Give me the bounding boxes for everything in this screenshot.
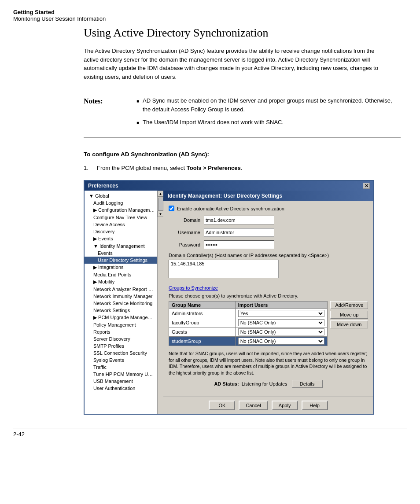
- enable-sync-checkbox[interactable]: [169, 206, 174, 211]
- cancel-button[interactable]: Cancel: [239, 401, 268, 410]
- nav-item-discovery[interactable]: Discovery: [85, 228, 157, 235]
- details-button[interactable]: Details: [292, 380, 323, 388]
- import-select[interactable]: No (SNAC Only) Yes: [238, 338, 325, 345]
- groups-table: Group Name Import Users Administrators: [169, 301, 328, 346]
- dc-input[interactable]: [169, 260, 279, 278]
- password-row: Password: [169, 240, 368, 249]
- step-number: 1.: [84, 164, 97, 173]
- nav-item-idm-events[interactable]: Events: [85, 250, 157, 257]
- snac-note: Note that for SNAC groups, users will no…: [169, 350, 368, 376]
- procedure-step-1: 1. From the PCM global menu, select Tool…: [84, 164, 407, 173]
- import-select[interactable]: No (SNAC Only) Yes: [238, 328, 325, 335]
- header-sub: Monitoring User Session Information: [13, 15, 407, 22]
- apply-button[interactable]: Apply: [272, 401, 298, 410]
- nav-item-reports[interactable]: Reports: [85, 328, 157, 335]
- nav-item-smtp[interactable]: SMTP Profiles: [85, 342, 157, 349]
- page-header: Getting Started Monitoring User Session …: [13, 9, 407, 22]
- nav-item-syslog[interactable]: Syslog Events: [85, 357, 157, 364]
- password-input[interactable]: [204, 240, 274, 249]
- username-label: Username: [169, 230, 200, 235]
- nav-item-config-mgmt[interactable]: ▶ Configuration Management: [85, 206, 157, 214]
- nav-item-policy-mgmt[interactable]: Policy Management: [85, 321, 157, 328]
- panel-content: Enable automatic Active Directory synchr…: [163, 201, 373, 397]
- domain-row: Domain: [169, 216, 368, 224]
- dialog-body: ▼ Global Audit Logging ▶ Configuration M…: [85, 191, 373, 414]
- ad-status-row: AD Status: Listening for Updates Details: [169, 380, 368, 388]
- move-down-button[interactable]: Move down: [330, 320, 368, 328]
- dialog-bottom-buttons: OK Cancel Apply Help: [163, 397, 373, 414]
- password-label: Password: [169, 242, 200, 247]
- nav-item-audit-logging[interactable]: Audit Logging: [85, 199, 157, 206]
- page-title: Using Active Directory Synchronization: [84, 26, 407, 40]
- move-up-button[interactable]: Move up: [330, 311, 368, 319]
- username-input[interactable]: [204, 228, 274, 237]
- nav-item-media-end-points[interactable]: Media End Points: [85, 271, 157, 278]
- group-name-cell: facultyGroup: [169, 318, 236, 327]
- nav-item-mobility[interactable]: ▶ Mobility: [85, 278, 157, 286]
- nav-item-network-service[interactable]: Network Service Monitoring: [85, 300, 157, 307]
- nav-item-network-analyzer[interactable]: Network Analyzer Report Config: [85, 286, 157, 293]
- nav-item-ssl[interactable]: SSL Connection Security: [85, 349, 157, 357]
- step-text: From the PCM global menu, select Tools >…: [97, 164, 242, 173]
- groups-to-sync-link[interactable]: Groups to Synchronize: [169, 285, 368, 291]
- nav-item-network-settings[interactable]: Network Settings: [85, 307, 157, 314]
- nav-item-tune-pcm[interactable]: Tune HP PCM Memory Usage: [85, 371, 157, 378]
- import-select[interactable]: Yes No (SNAC Only): [238, 310, 325, 317]
- col-header-import: Import Users: [235, 302, 328, 309]
- groups-desc: Please choose group(s) to synchronize wi…: [169, 293, 368, 298]
- import-cell: Yes No (SNAC Only): [235, 309, 328, 318]
- nav-item-user-auth[interactable]: User Authentication: [85, 385, 157, 392]
- ad-status-label: AD Status:: [214, 381, 239, 386]
- ad-status-value: Listening for Updates: [242, 381, 287, 386]
- page-footer: 2-42: [13, 428, 407, 438]
- import-cell: No (SNAC Only) Yes: [235, 337, 328, 346]
- nav-item-integrations[interactable]: ▶ Integrations: [85, 264, 157, 271]
- nav-item-global[interactable]: ▼ Global: [85, 192, 157, 199]
- nav-left-panel: ▼ Global Audit Logging ▶ Configuration M…: [85, 191, 163, 414]
- notes-section: Notes: AD Sync must be enabled on the ID…: [84, 90, 401, 138]
- groups-row: Group Name Import Users Administrators: [169, 301, 368, 348]
- header-bold: Getting Started: [13, 9, 407, 15]
- groups-table-wrapper: Group Name Import Users Administrators: [169, 301, 328, 348]
- notes-content: AD Sync must be enabled on the IDM serve…: [136, 96, 401, 131]
- nav-item-pcm-upgrade[interactable]: ▶ PCM Upgrade Management: [85, 314, 157, 321]
- import-select[interactable]: No (SNAC Only) Yes: [238, 319, 325, 326]
- table-row: Administrators Yes No (SNAC Only): [169, 309, 328, 318]
- dialog-title: Preferences: [88, 183, 118, 189]
- panel-header: Identify Management: User Directory Sett…: [163, 191, 373, 201]
- nav-item-usb[interactable]: USB Management: [85, 378, 157, 385]
- scroll-thumb[interactable]: [158, 198, 163, 211]
- nav-item-network-immunity[interactable]: Network Immunity Manager: [85, 293, 157, 300]
- nav-item-identity-mgmt[interactable]: ▼ Identity Management: [85, 243, 157, 250]
- help-button[interactable]: Help: [302, 401, 328, 410]
- table-row[interactable]: studentGroup No (SNAC Only) Yes: [169, 337, 328, 346]
- notes-label: Notes:: [84, 96, 136, 131]
- nav-item-server-discovery[interactable]: Server Discovery: [85, 335, 157, 342]
- nav-item-events[interactable]: ▶ Events: [85, 235, 157, 243]
- group-name-cell: Guests: [169, 327, 236, 337]
- page-number: 2-42: [13, 431, 25, 438]
- add-remove-button[interactable]: Add/Remove: [330, 301, 368, 309]
- username-row: Username: [169, 228, 368, 237]
- procedure-title: To configure AD Synchronization (AD Sync…: [84, 151, 407, 158]
- right-panel: Identify Management: User Directory Sett…: [163, 191, 373, 414]
- dialog-close-button[interactable]: ✕: [363, 183, 370, 189]
- col-header-group: Group Name: [169, 302, 236, 309]
- enable-sync-checkbox-row: Enable automatic Active Directory synchr…: [169, 206, 368, 211]
- domain-input[interactable]: [204, 216, 274, 224]
- nav-item-nav-tree-view[interactable]: Configure Nav Tree View: [85, 214, 157, 221]
- scroll-up-btn[interactable]: ▲: [158, 191, 164, 197]
- nav-item-user-dir-settings[interactable]: User Directory Settings: [85, 257, 157, 264]
- note-item-1: AD Sync must be enabled on the IDM serve…: [136, 96, 401, 114]
- import-cell: No (SNAC Only) Yes: [235, 318, 328, 327]
- nav-item-traffic[interactable]: Traffic: [85, 364, 157, 371]
- nav-tree: ▼ Global Audit Logging ▶ Configuration M…: [85, 191, 157, 414]
- nav-item-device-access[interactable]: Device Access: [85, 221, 157, 228]
- nav-scrollbar[interactable]: ▲ ▼: [157, 191, 163, 414]
- table-row: Guests No (SNAC Only) Yes: [169, 327, 328, 337]
- group-name-cell: studentGroup: [169, 337, 236, 346]
- note-item-2: The User/IDM Import Wizard does not work…: [136, 118, 401, 127]
- ok-button[interactable]: OK: [209, 401, 235, 410]
- scroll-down-btn[interactable]: ▼: [158, 211, 164, 217]
- preferences-dialog: Preferences ✕ ▼ Global Audit Logging ▶ C…: [84, 180, 374, 415]
